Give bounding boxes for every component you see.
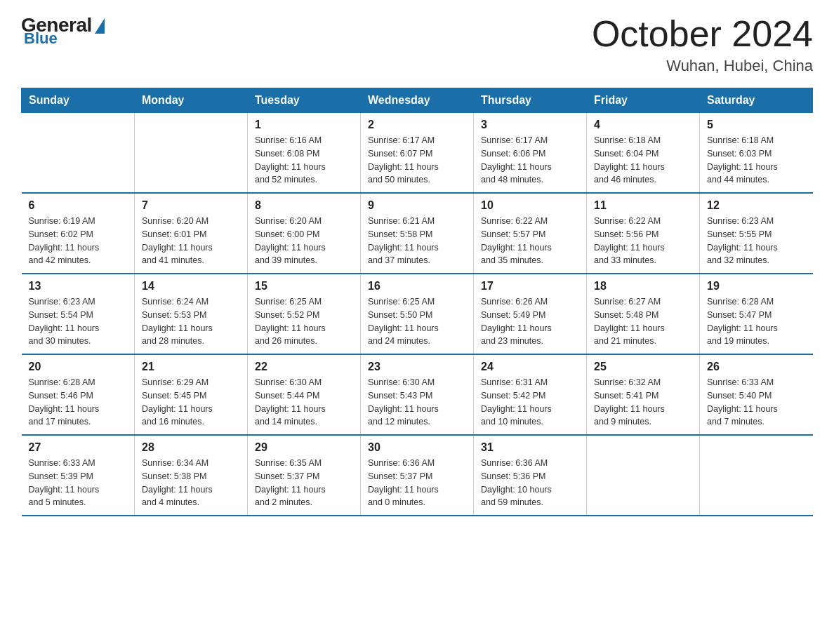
day-info: Sunrise: 6:32 AM Sunset: 5:41 PM Dayligh…	[594, 376, 692, 429]
day-number: 9	[368, 199, 466, 212]
day-number: 2	[368, 119, 466, 131]
day-cell: 17Sunrise: 6:26 AM Sunset: 5:49 PM Dayli…	[474, 274, 587, 354]
day-cell: 19Sunrise: 6:28 AM Sunset: 5:47 PM Dayli…	[700, 274, 813, 354]
day-info: Sunrise: 6:28 AM Sunset: 5:47 PM Dayligh…	[707, 295, 806, 348]
day-info: Sunrise: 6:19 AM Sunset: 6:02 PM Dayligh…	[29, 215, 128, 267]
day-cell: 11Sunrise: 6:22 AM Sunset: 5:56 PM Dayli…	[587, 193, 700, 274]
day-info: Sunrise: 6:26 AM Sunset: 5:49 PM Dayligh…	[481, 295, 579, 348]
day-info: Sunrise: 6:29 AM Sunset: 5:45 PM Dayligh…	[142, 376, 240, 429]
day-info: Sunrise: 6:24 AM Sunset: 5:53 PM Dayligh…	[142, 295, 240, 348]
calendar-body: 1Sunrise: 6:16 AM Sunset: 6:08 PM Daylig…	[22, 113, 813, 516]
title-block: October 2024 Wuhan, Hubei, China	[592, 14, 813, 75]
day-number: 22	[255, 361, 353, 373]
day-number: 15	[255, 280, 353, 293]
day-number: 5	[707, 119, 806, 131]
day-cell: 7Sunrise: 6:20 AM Sunset: 6:01 PM Daylig…	[135, 193, 248, 274]
day-info: Sunrise: 6:30 AM Sunset: 5:44 PM Dayligh…	[255, 376, 353, 429]
day-info: Sunrise: 6:22 AM Sunset: 5:56 PM Dayligh…	[594, 215, 692, 267]
day-info: Sunrise: 6:20 AM Sunset: 6:01 PM Dayligh…	[142, 215, 240, 267]
day-number: 10	[481, 199, 579, 212]
logo-triangle-icon	[95, 18, 105, 34]
day-info: Sunrise: 6:18 AM Sunset: 6:03 PM Dayligh…	[707, 134, 806, 187]
day-cell: 1Sunrise: 6:16 AM Sunset: 6:08 PM Daylig…	[248, 113, 361, 194]
day-cell: 5Sunrise: 6:18 AM Sunset: 6:03 PM Daylig…	[700, 113, 813, 194]
day-cell: 28Sunrise: 6:34 AM Sunset: 5:38 PM Dayli…	[135, 435, 248, 516]
week-row-3: 13Sunrise: 6:23 AM Sunset: 5:54 PM Dayli…	[22, 274, 813, 354]
day-cell: 2Sunrise: 6:17 AM Sunset: 6:07 PM Daylig…	[361, 113, 474, 194]
day-cell: 21Sunrise: 6:29 AM Sunset: 5:45 PM Dayli…	[135, 354, 248, 435]
day-number: 17	[481, 280, 579, 293]
page-header: General Blue October 2024 Wuhan, Hubei, …	[21, 14, 813, 75]
day-cell: 6Sunrise: 6:19 AM Sunset: 6:02 PM Daylig…	[22, 193, 135, 274]
day-cell: 8Sunrise: 6:20 AM Sunset: 6:00 PM Daylig…	[248, 193, 361, 274]
logo-blue-text: Blue	[24, 29, 58, 48]
day-info: Sunrise: 6:36 AM Sunset: 5:36 PM Dayligh…	[481, 457, 579, 509]
day-number: 24	[481, 361, 579, 373]
day-number: 1	[255, 119, 353, 131]
header-cell-monday: Monday	[135, 88, 248, 113]
day-cell: 10Sunrise: 6:22 AM Sunset: 5:57 PM Dayli…	[474, 193, 587, 274]
day-info: Sunrise: 6:33 AM Sunset: 5:40 PM Dayligh…	[707, 376, 806, 429]
day-number: 31	[481, 441, 579, 454]
day-info: Sunrise: 6:31 AM Sunset: 5:42 PM Dayligh…	[481, 376, 579, 429]
day-number: 3	[481, 119, 579, 131]
day-cell: 18Sunrise: 6:27 AM Sunset: 5:48 PM Dayli…	[587, 274, 700, 354]
day-number: 11	[594, 199, 692, 212]
day-info: Sunrise: 6:30 AM Sunset: 5:43 PM Dayligh…	[368, 376, 466, 429]
day-number: 28	[142, 441, 240, 454]
day-cell: 30Sunrise: 6:36 AM Sunset: 5:37 PM Dayli…	[361, 435, 474, 516]
day-cell: 4Sunrise: 6:18 AM Sunset: 6:04 PM Daylig…	[587, 113, 700, 194]
day-info: Sunrise: 6:22 AM Sunset: 5:57 PM Dayligh…	[481, 215, 579, 267]
day-info: Sunrise: 6:34 AM Sunset: 5:38 PM Dayligh…	[142, 457, 240, 509]
header-cell-saturday: Saturday	[700, 88, 813, 113]
header-cell-thursday: Thursday	[474, 88, 587, 113]
day-cell: 26Sunrise: 6:33 AM Sunset: 5:40 PM Dayli…	[700, 354, 813, 435]
day-info: Sunrise: 6:36 AM Sunset: 5:37 PM Dayligh…	[368, 457, 466, 509]
day-cell	[135, 113, 248, 194]
day-info: Sunrise: 6:21 AM Sunset: 5:58 PM Dayligh…	[368, 215, 466, 267]
day-number: 26	[707, 361, 806, 373]
day-info: Sunrise: 6:33 AM Sunset: 5:39 PM Dayligh…	[29, 457, 128, 509]
location-text: Wuhan, Hubei, China	[592, 57, 813, 75]
day-cell: 23Sunrise: 6:30 AM Sunset: 5:43 PM Dayli…	[361, 354, 474, 435]
day-number: 7	[142, 199, 240, 212]
week-row-2: 6Sunrise: 6:19 AM Sunset: 6:02 PM Daylig…	[22, 193, 813, 274]
day-cell: 13Sunrise: 6:23 AM Sunset: 5:54 PM Dayli…	[22, 274, 135, 354]
day-cell: 27Sunrise: 6:33 AM Sunset: 5:39 PM Dayli…	[22, 435, 135, 516]
calendar-table: SundayMondayTuesdayWednesdayThursdayFrid…	[21, 88, 813, 516]
day-info: Sunrise: 6:23 AM Sunset: 5:54 PM Dayligh…	[29, 295, 128, 348]
header-cell-wednesday: Wednesday	[361, 88, 474, 113]
header-cell-sunday: Sunday	[22, 88, 135, 113]
month-title: October 2024	[592, 14, 813, 54]
calendar-header: SundayMondayTuesdayWednesdayThursdayFrid…	[22, 88, 813, 113]
day-cell: 20Sunrise: 6:28 AM Sunset: 5:46 PM Dayli…	[22, 354, 135, 435]
day-number: 21	[142, 361, 240, 373]
header-row: SundayMondayTuesdayWednesdayThursdayFrid…	[22, 88, 813, 113]
day-number: 23	[368, 361, 466, 373]
day-info: Sunrise: 6:18 AM Sunset: 6:04 PM Dayligh…	[594, 134, 692, 187]
day-number: 4	[594, 119, 692, 131]
header-cell-friday: Friday	[587, 88, 700, 113]
day-number: 29	[255, 441, 353, 454]
week-row-4: 20Sunrise: 6:28 AM Sunset: 5:46 PM Dayli…	[22, 354, 813, 435]
day-info: Sunrise: 6:27 AM Sunset: 5:48 PM Dayligh…	[594, 295, 692, 348]
day-number: 14	[142, 280, 240, 293]
day-number: 12	[707, 199, 806, 212]
day-cell: 22Sunrise: 6:30 AM Sunset: 5:44 PM Dayli…	[248, 354, 361, 435]
week-row-5: 27Sunrise: 6:33 AM Sunset: 5:39 PM Dayli…	[22, 435, 813, 516]
day-cell: 15Sunrise: 6:25 AM Sunset: 5:52 PM Dayli…	[248, 274, 361, 354]
day-number: 25	[594, 361, 692, 373]
day-number: 6	[29, 199, 128, 212]
day-cell	[22, 113, 135, 194]
day-number: 13	[29, 280, 128, 293]
day-number: 20	[29, 361, 128, 373]
day-number: 19	[707, 280, 806, 293]
day-cell: 24Sunrise: 6:31 AM Sunset: 5:42 PM Dayli…	[474, 354, 587, 435]
day-number: 16	[368, 280, 466, 293]
day-info: Sunrise: 6:20 AM Sunset: 6:00 PM Dayligh…	[255, 215, 353, 267]
day-cell: 9Sunrise: 6:21 AM Sunset: 5:58 PM Daylig…	[361, 193, 474, 274]
day-cell: 16Sunrise: 6:25 AM Sunset: 5:50 PM Dayli…	[361, 274, 474, 354]
day-cell	[700, 435, 813, 516]
day-cell: 29Sunrise: 6:35 AM Sunset: 5:37 PM Dayli…	[248, 435, 361, 516]
day-info: Sunrise: 6:35 AM Sunset: 5:37 PM Dayligh…	[255, 457, 353, 509]
